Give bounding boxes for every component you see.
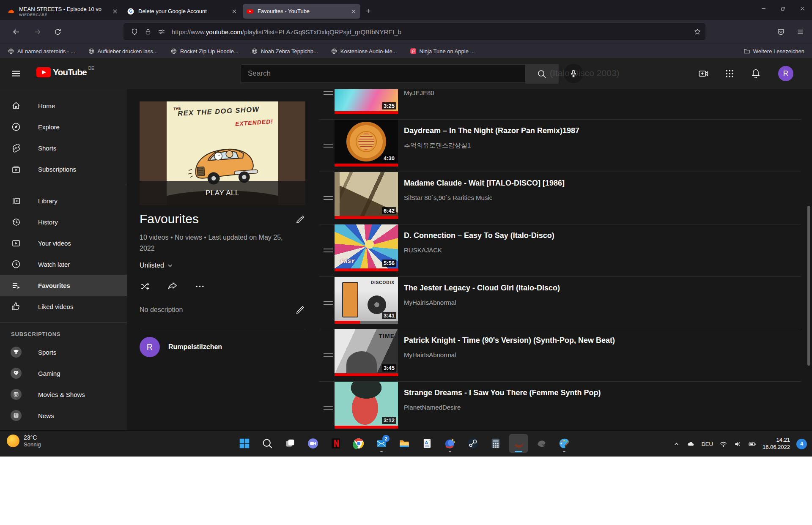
account-avatar[interactable]: R	[778, 66, 793, 81]
back-button[interactable]	[8, 24, 24, 39]
tab-close-icon[interactable]	[231, 8, 238, 15]
tab-google[interactable]: Delete your Google Account	[123, 4, 241, 19]
permissions-icon[interactable]	[158, 28, 165, 36]
sidebar-item[interactable]: Watch later	[0, 254, 127, 275]
bookmark-star-icon[interactable]	[694, 28, 701, 36]
sidebar-item[interactable]: History	[0, 211, 127, 232]
create-icon[interactable]	[698, 68, 709, 79]
battery-icon[interactable]	[748, 440, 756, 448]
video-thumbnail[interactable]: 4:30	[335, 120, 398, 167]
video-title[interactable]: The Jester Legacy - Cloud Girl (Italo-Di…	[404, 283, 560, 293]
playlist-owner-row[interactable]: R Rumpelstilzchen	[140, 337, 305, 357]
notification-center-badge[interactable]: 4	[796, 439, 807, 449]
playlist-video-row[interactable]: 4:30 Daydream – In The Night (Razor Pan …	[319, 120, 801, 172]
bookmark-item[interactable]: Rocket Zip Up Hoodie...	[170, 48, 239, 55]
sidebar-item[interactable]: Explore	[0, 116, 127, 137]
bookmark-item[interactable]: Ninja Tune on Apple ...	[410, 48, 475, 55]
app-menu-button[interactable]	[793, 24, 808, 39]
volume-icon[interactable]	[734, 440, 742, 448]
drag-handle-icon[interactable]	[324, 224, 335, 276]
sidebar-subscription-item[interactable]: News	[0, 405, 127, 426]
sidebar-item[interactable]: Shorts	[0, 137, 127, 159]
reload-button[interactable]	[50, 24, 65, 39]
video-thumbnail[interactable]: EASY 5:56	[335, 224, 398, 271]
minimize-button[interactable]	[754, 0, 773, 17]
tab-soundcloud[interactable]: MEAN STREETS - Episode 10 vo WIEDERGABE	[4, 4, 122, 19]
video-thumbnail[interactable]: 3:12	[335, 382, 398, 429]
forward-button[interactable]	[30, 24, 45, 39]
sidebar-subscription-item[interactable]: Sports	[0, 342, 127, 363]
guide-menu-icon[interactable]	[11, 68, 21, 79]
photos-app[interactable]	[441, 434, 459, 453]
taskbar-search-button[interactable]	[258, 434, 277, 453]
video-thumbnail[interactable]: 6:42	[335, 172, 398, 219]
drag-handle-icon[interactable]	[324, 277, 335, 329]
playlist-video-row[interactable]: DISCODIX 3:41 The Jester Legacy - Cloud …	[319, 277, 801, 329]
bookmark-item[interactable]: Aufkleber drucken lass...	[88, 48, 158, 55]
drag-handle-icon[interactable]	[324, 89, 335, 119]
steam-app[interactable]	[464, 434, 482, 453]
notifications-bell-icon[interactable]	[750, 68, 761, 79]
sidebar-item[interactable]: Favourites	[0, 275, 127, 296]
mail-app[interactable]: 2	[372, 434, 391, 453]
restore-button[interactable]	[773, 0, 793, 17]
chrome-app[interactable]	[349, 434, 368, 453]
start-button[interactable]	[235, 434, 254, 453]
bookmark-item[interactable]: Kostenlose Audio-Me...	[331, 48, 397, 55]
clock[interactable]: 14:21 16.06.2022	[763, 437, 790, 451]
drag-handle-icon[interactable]	[324, 172, 335, 224]
sidebar-subscription-item[interactable]: Gaming	[0, 363, 127, 384]
sidebar-item[interactable]: Home	[0, 95, 127, 116]
search-input[interactable]	[241, 69, 525, 78]
calculator-app[interactable]	[486, 434, 505, 453]
bookmark-item[interactable]: All named asteroids - ...	[8, 48, 75, 55]
task-view-button[interactable]	[281, 434, 299, 453]
playlist-video-row[interactable]: 3:12 Strange Dreams - I Saw You There (F…	[319, 382, 801, 430]
video-channel[interactable]: 추억의유로댄스감상실1	[404, 142, 579, 150]
paint-app[interactable]	[555, 434, 573, 453]
video-title[interactable]: Madame Claude - Wait [ITALO-DISCO] [1986…	[404, 178, 565, 188]
netflix-app[interactable]	[326, 434, 345, 453]
edit-description-pencil-icon[interactable]	[295, 305, 305, 315]
video-thumbnail[interactable]: 3:25	[335, 89, 398, 114]
playlist-video-row[interactable]: TIME 3:45 Patrick Knight - Time (90's Ve…	[319, 329, 801, 382]
video-channel[interactable]: SilStar 80`s,90`s Rarities Music	[404, 194, 565, 201]
sidebar-item[interactable]: Library	[0, 190, 127, 211]
playlist-video-row[interactable]: EASY 5:56 D. Connection – Easy To Say (I…	[319, 224, 801, 277]
video-thumbnail[interactable]: DISCODIX 3:41	[335, 277, 398, 324]
play-all-button[interactable]: PLAY ALL	[140, 181, 305, 205]
edge-app[interactable]	[532, 434, 551, 453]
edit-title-pencil-icon[interactable]	[295, 214, 305, 224]
video-channel[interactable]: PlanetNamedDesire	[404, 404, 601, 411]
tray-chevron-up-icon[interactable]	[672, 440, 680, 448]
shuffle-icon[interactable]	[140, 281, 150, 292]
playlist-video-row[interactable]: 6:42 Madame Claude - Wait [ITALO-DISCO] …	[319, 172, 801, 224]
bookmark-item[interactable]: Noah Zebra Teppichb...	[251, 48, 318, 55]
video-thumbnail[interactable]: TIME 3:45	[335, 329, 398, 376]
youtube-logo[interactable]: YouTube DE	[36, 67, 94, 77]
more-actions-icon[interactable]	[195, 281, 205, 292]
keyboard-language-indicator[interactable]: DEU	[701, 441, 713, 447]
more-bookmarks-button[interactable]: Weitere Lesezeichen	[743, 48, 804, 55]
search-box[interactable]	[241, 64, 526, 83]
document-app[interactable]	[418, 434, 436, 453]
video-channel[interactable]: RUSKAJACK	[404, 246, 554, 254]
tracking-shield-icon[interactable]	[131, 28, 138, 36]
share-icon[interactable]	[167, 281, 178, 292]
apps-grid-icon[interactable]	[724, 68, 735, 79]
tab-close-icon[interactable]	[350, 8, 357, 15]
sidebar-subscription-item[interactable]: Movies & Shows	[0, 384, 127, 405]
video-title[interactable]: D. Connection – Easy To Say (Italo-Disco…	[404, 230, 554, 241]
video-channel[interactable]: MyHairIsAbnormal	[404, 351, 615, 358]
sidebar-item[interactable]: Liked videos	[0, 296, 127, 317]
video-title[interactable]: Daydream – In The Night (Razor Pan Remix…	[404, 126, 579, 136]
sidebar-item[interactable]: Subscriptions	[0, 159, 127, 180]
drag-handle-icon[interactable]	[324, 382, 335, 430]
video-title[interactable]: Strange Dreams - I Saw You There (Femme …	[404, 388, 601, 398]
lock-icon[interactable]	[144, 28, 152, 36]
url-bar[interactable]: https://www.youtube.com/playlist?list=PL…	[123, 23, 705, 40]
file-explorer-app[interactable]	[395, 434, 414, 453]
onedrive-cloud-icon[interactable]	[687, 440, 695, 448]
video-channel[interactable]: MyJEJE80	[404, 89, 434, 96]
close-button[interactable]	[793, 0, 812, 17]
